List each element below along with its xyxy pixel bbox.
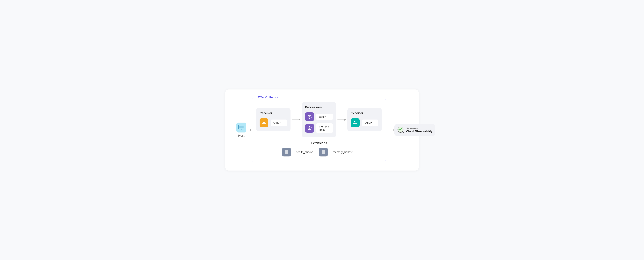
exporter-items: OTLP [351,118,378,127]
extensions-items: health_check: memory_ballast: [282,148,356,156]
extension-memory-ballast: memory_ballast: [319,148,356,156]
puzzle-icon-2 [321,149,326,154]
processor-batch-label: Batch [316,114,333,120]
servicenow-text: ServiceNow Cloud Observability [406,127,432,133]
extension-memory-ballast-label: memory_ballast: [330,149,356,155]
otel-collector: OTel Collector Receiver [252,98,386,162]
extensions-title: Extensions [311,141,327,145]
receiver-panel: Receiver OTLP [256,108,290,131]
processor-batch: Batch [305,112,333,121]
processor-memory-limiter-label: memory limiter [316,123,333,133]
processor-memory-limiter: memory limiter [305,123,333,133]
receiver-title: Receiver [260,111,287,115]
arrow-processors-to-exporter [336,119,348,121]
monitor-icon [238,125,244,130]
diagram-wrapper: Host OTel Collector Receiver [225,90,419,170]
exporter-otlp: OTLP [351,118,378,127]
host-node: Host [236,123,246,137]
servicenow-icon [397,127,405,133]
exporter-otlp-label: OTLP [362,120,378,126]
exporter-title: Exporter [351,111,378,115]
extensions-section: Extensions health_check: [256,141,382,156]
receiver-otlp-icon-box [260,118,268,127]
processors-items: Batch [305,112,333,133]
puzzle-icon [284,149,289,154]
chip-icon-2 [307,126,312,131]
exporter-otlp-icon-box [351,118,360,127]
processors-title: Processors [305,106,333,109]
arrow-otel-to-servicenow [386,129,394,131]
svg-rect-4 [262,123,266,124]
upload-icon [353,120,358,125]
collector-inner: Receiver OTLP [256,102,382,156]
arrow-host-to-otel [246,129,252,131]
svg-rect-33 [353,123,357,124]
download-icon [262,120,266,125]
otel-collector-label: OTel Collector [256,96,280,99]
svg-rect-20 [309,128,310,129]
svg-rect-6 [309,116,310,118]
extension-health-check-icon-box [282,148,291,156]
servicenow-small-label: ServiceNow [406,127,432,130]
svg-line-35 [402,132,404,133]
ext-line-right [329,143,357,143]
extensions-header: Extensions [256,141,382,145]
host-icon-box [236,123,246,132]
receiver-otlp-label: OTLP [270,120,287,126]
extension-health-check-label: health_check: [293,149,316,155]
processor-batch-icon-box [305,112,314,121]
servicenow-node: ServiceNow Cloud Observability [394,124,435,136]
arrow-receiver-to-processors [290,119,302,121]
svg-rect-3 [239,126,244,128]
extension-health-check: health_check: [282,148,316,156]
collector-top: Receiver OTLP [256,102,382,137]
servicenow-logo: ServiceNow Cloud Observability [397,127,432,133]
processors-panel: Processors [302,102,336,137]
exporter-panel: Exporter OTLP [348,108,382,131]
extension-memory-ballast-icon-box [319,148,328,156]
host-label: Host [238,134,244,137]
receiver-otlp: OTLP [260,118,287,127]
servicenow-big-label: Cloud Observability [406,130,432,133]
ext-line-left [281,143,308,143]
chip-icon [307,114,312,119]
receiver-items: OTLP [260,118,287,127]
processor-memory-limiter-icon-box [305,124,314,132]
